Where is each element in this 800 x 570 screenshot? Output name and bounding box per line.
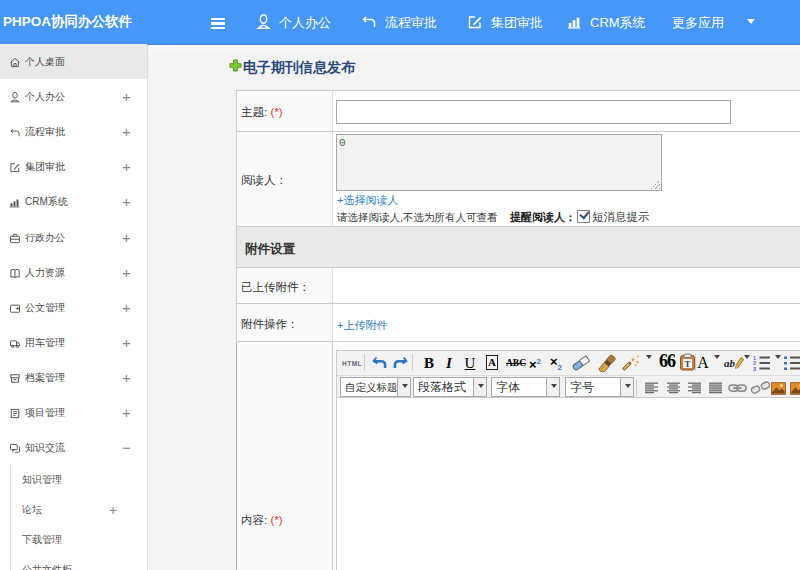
svg-text:T: T	[684, 359, 690, 369]
svg-text:3: 3	[753, 366, 756, 372]
svg-text:ab: ab	[724, 357, 736, 369]
